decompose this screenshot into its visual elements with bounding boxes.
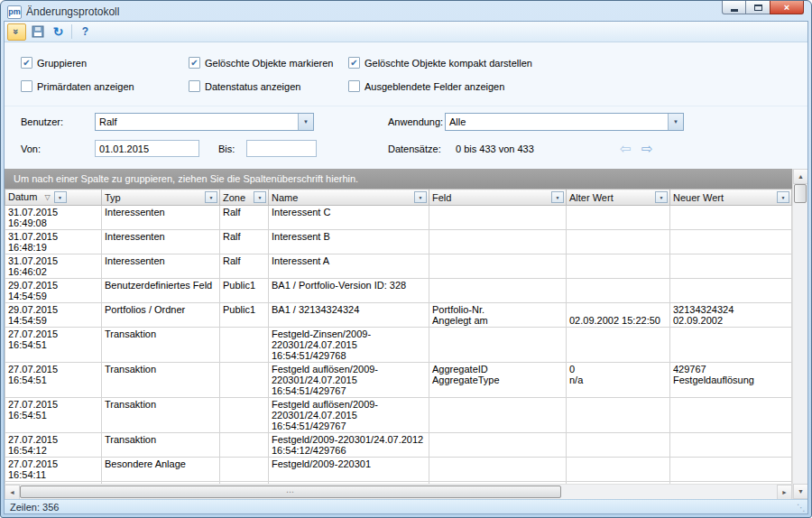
toolbar: » ↻ ? — [5, 22, 807, 42]
filter-dropdown-icon: ▼ — [419, 195, 423, 200]
checkbox-geloeschte-kompakt[interactable]: ✔Gelöschte Objekte kompakt darstellen — [348, 57, 532, 69]
table-row[interactable]: 31.07.2015 16:49:08InteressentenRalfInte… — [5, 206, 792, 230]
collapse-panel-button[interactable]: » — [7, 23, 26, 41]
table-row[interactable]: 27.07.2015 16:54:11Besondere AnlageFestg… — [5, 458, 792, 482]
column-header-alter-wert[interactable]: Alter Wert▼ — [567, 190, 670, 206]
column-header-datum[interactable]: Datum▽▼ — [5, 190, 102, 206]
checkbox-icon[interactable] — [348, 80, 360, 92]
vertical-scrollbar-track[interactable] — [793, 203, 807, 484]
checkbox-gruppieren[interactable]: ✔Gruppieren — [21, 57, 189, 69]
table-cell — [220, 433, 269, 458]
table-cell: Festgeld/2009-220301 — [269, 458, 429, 482]
scroll-right-button[interactable]: ► — [777, 485, 792, 500]
table-row[interactable]: 31.07.2015 16:48:19InteressentenRalfInte… — [5, 230, 792, 254]
prev-records-button[interactable]: ⇦ — [620, 140, 632, 157]
resize-grip-icon[interactable]: ⋱ — [797, 503, 806, 513]
table-cell — [429, 230, 567, 254]
checkbox-icon[interactable]: ✔ — [348, 57, 360, 69]
table-row[interactable]: 31.07.2015 16:46:02InteressentenRalfInte… — [5, 254, 792, 279]
filter-button[interactable]: ▼ — [551, 191, 564, 203]
table-row[interactable]: 27.07.2015 16:54:51TransaktionFestgeld a… — [5, 398, 792, 433]
filter-dropdown-icon: ▼ — [58, 195, 62, 200]
group-by-hint: Um nach einer Spalte zu gruppieren, zieh… — [14, 173, 358, 184]
table-cell: Interessenten — [102, 254, 220, 279]
column-header-feld[interactable]: Feld▼ — [429, 190, 567, 206]
close-button[interactable]: × — [770, 1, 804, 14]
checkbox-label: Primärdaten anzeigen — [37, 81, 134, 92]
help-button[interactable]: ? — [76, 23, 95, 41]
panel-divider — [5, 106, 807, 106]
scroll-right-icon: ► — [781, 489, 788, 495]
maximize-button[interactable] — [746, 1, 770, 14]
combo-dropdown-button[interactable]: ▼ — [298, 114, 313, 130]
checkbox-label: Gelöschte Objekte markieren — [205, 58, 333, 69]
checkbox-icon[interactable]: ✔ — [189, 57, 200, 69]
table-row[interactable]: 29.07.2015 14:54:59Portfolios / OrdnerPu… — [5, 303, 792, 328]
combo-dropdown-button[interactable]: ▼ — [668, 114, 683, 130]
filter-button[interactable]: ▼ — [414, 191, 427, 203]
sort-desc-icon: ▽ — [44, 193, 50, 201]
bis-input[interactable] — [246, 140, 317, 157]
client-area: » ↻ ? ✔Gruppieren ✔Gelöschte Objekte mar… — [4, 21, 808, 514]
table-cell: 32134324324 02.09.2002 — [670, 303, 792, 328]
filter-button[interactable]: ▼ — [777, 191, 789, 203]
filter-button[interactable]: ▼ — [655, 191, 668, 203]
scroll-up-button[interactable]: ▲ — [793, 169, 808, 184]
table-cell — [670, 230, 792, 254]
refresh-button[interactable]: ↻ — [49, 23, 68, 41]
table-cell: Festgeld-Zinsen/2009-220301/24.07.2015 1… — [269, 328, 429, 363]
titlebar[interactable]: pm Änderungsprotokoll × — [4, 1, 808, 21]
table-cell: Interessenten — [102, 230, 220, 254]
checkbox-ausgeblendete-felder[interactable]: Ausgeblendete Felder anzeigen — [348, 80, 504, 92]
filter-button[interactable]: ▼ — [54, 191, 67, 203]
column-header-zone[interactable]: Zone▼ — [220, 190, 269, 206]
horizontal-scrollbar-track[interactable] — [561, 485, 777, 499]
filter-button[interactable]: ▼ — [205, 191, 217, 203]
horizontal-scrollbar[interactable]: ◄ ⋯ ► — [5, 484, 792, 499]
scroll-down-button[interactable]: ▼ — [793, 484, 808, 499]
minimize-button[interactable] — [722, 1, 746, 14]
chevron-down-icon: ▼ — [303, 119, 309, 125]
group-by-bar[interactable]: Um nach einer Spalte zu gruppieren, zieh… — [5, 169, 792, 189]
benutzer-select[interactable]: Ralf ▼ — [95, 113, 314, 131]
table-cell: 27.07.2015 16:54:12 — [5, 433, 102, 458]
table-row[interactable]: 27.07.2015 16:54:51TransaktionFestgeld a… — [5, 363, 792, 398]
table-cell — [567, 433, 670, 458]
filter-button[interactable]: ▼ — [254, 191, 266, 203]
checkbox-icon[interactable]: ✔ — [21, 57, 32, 69]
vertical-scrollbar-thumb[interactable] — [794, 184, 807, 203]
table-cell — [670, 254, 792, 279]
checkbox-icon[interactable] — [189, 80, 200, 92]
table-cell: BA1 / Portfolio-Version ID: 328 — [269, 279, 429, 303]
vertical-scrollbar[interactable]: ▲ ▼ — [792, 169, 807, 499]
table-cell: Ralf — [220, 254, 269, 279]
checkbox-icon[interactable] — [21, 80, 32, 92]
table-cell: Festgeld auflösen/2009-220301/24.07.2015… — [269, 363, 429, 398]
anwendung-select[interactable]: Alle ▼ — [445, 113, 684, 131]
save-button[interactable] — [28, 23, 47, 41]
column-header-typ[interactable]: Typ▼ — [102, 190, 220, 206]
table-cell: 27.07.2015 16:54:11 — [5, 458, 102, 482]
next-records-button[interactable]: ⇨ — [641, 140, 653, 157]
maximize-icon — [754, 5, 762, 11]
checkbox-label: Gelöschte Objekte kompakt darstellen — [364, 58, 532, 69]
table-row[interactable]: 27.07.2015 16:54:51TransaktionFestgeld-Z… — [5, 328, 792, 363]
table-row[interactable]: 29.07.2015 14:54:59Benutzerdefiniertes F… — [5, 279, 792, 303]
horizontal-scrollbar-thumb[interactable]: ⋯ — [20, 486, 561, 498]
checkbox-datenstatus[interactable]: Datenstatus anzeigen — [189, 80, 348, 92]
table-header-row: Datum▽▼ Typ▼ Zone▼ Name▼ — [5, 190, 792, 206]
bis-label: Bis: — [218, 140, 235, 158]
table-cell: 29.07.2015 14:54:59 — [5, 303, 102, 328]
table-cell — [670, 279, 792, 303]
scroll-left-button[interactable]: ◄ — [5, 485, 20, 500]
table-cell — [220, 363, 269, 398]
von-input[interactable] — [95, 140, 199, 157]
column-header-neuer-wert[interactable]: Neuer Wert▼ — [670, 190, 792, 206]
checkbox-geloeschte-markieren[interactable]: ✔Gelöschte Objekte markieren — [189, 57, 348, 69]
table-cell — [429, 328, 567, 363]
checkbox-primaerdaten[interactable]: Primärdaten anzeigen — [21, 80, 189, 92]
filter-dropdown-icon: ▼ — [660, 195, 664, 200]
table-row[interactable]: 27.07.2015 16:54:12TransaktionFestgeld/2… — [5, 433, 792, 458]
filter-dropdown-icon: ▼ — [258, 195, 263, 200]
column-header-name[interactable]: Name▼ — [269, 190, 429, 206]
